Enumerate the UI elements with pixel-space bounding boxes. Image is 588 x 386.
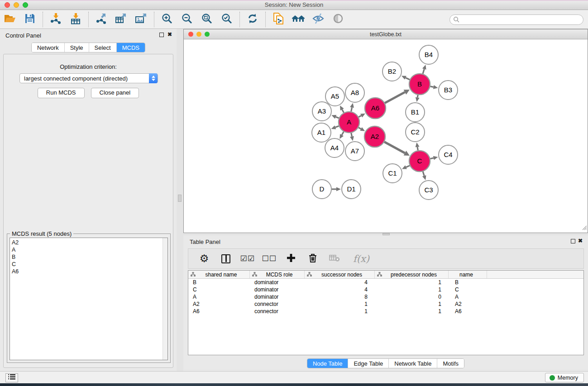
table-row[interactable]: Bdominator41B xyxy=(188,279,583,286)
export-network-button[interactable] xyxy=(95,13,108,26)
tab-select[interactable]: Select xyxy=(89,43,116,52)
save-session-button[interactable] xyxy=(23,13,37,26)
graph-node-A[interactable]: A xyxy=(339,112,359,133)
graph-node-C2[interactable]: C2 xyxy=(406,123,425,142)
tab-network-table[interactable]: Network Table xyxy=(388,359,437,368)
graph-node-C3[interactable]: C3 xyxy=(419,181,438,200)
graph-node-C4[interactable]: C4 xyxy=(439,145,458,164)
graph-edge-B-B4[interactable] xyxy=(423,69,424,74)
mcds-result-item[interactable]: C xyxy=(12,261,167,268)
column-header-mcds-role[interactable]: MCDS role xyxy=(250,271,305,278)
graph-edge-C-C4[interactable] xyxy=(430,158,433,159)
resize-grip-icon[interactable] xyxy=(581,224,587,232)
graph-node-B2[interactable]: B2 xyxy=(382,62,402,81)
zoom-fit-button[interactable] xyxy=(200,13,214,26)
vertical-splitter[interactable] xyxy=(177,29,183,371)
close-panel-button[interactable]: Close panel xyxy=(91,88,139,98)
graph-node-D1[interactable]: D1 xyxy=(342,180,361,199)
task-history-button[interactable] xyxy=(5,373,18,382)
import-network-button[interactable] xyxy=(49,13,62,26)
tab-motifs[interactable]: Motifs xyxy=(437,359,464,368)
mcds-result-item[interactable]: A6 xyxy=(12,268,167,275)
float-panel-icon[interactable] xyxy=(571,239,575,243)
graph-edge-B-B3[interactable] xyxy=(430,86,434,87)
column-header-name[interactable]: name xyxy=(449,271,487,278)
table-row[interactable]: Cdominator41C xyxy=(188,286,583,293)
table-row[interactable]: A2connector11A2 xyxy=(188,300,583,308)
graph-node-B4[interactable]: B4 xyxy=(419,45,438,64)
graph-edge-A-A7[interactable] xyxy=(351,133,352,137)
graph-edge-C-C3[interactable] xyxy=(423,172,424,176)
graph-edge-C-C2[interactable] xyxy=(417,147,418,151)
criterion-select[interactable]: largest connected component (directed) xyxy=(19,73,158,83)
mcds-result-item[interactable]: A xyxy=(12,246,167,253)
mcds-result-item[interactable]: A2 xyxy=(12,239,167,246)
graph-edge-A2-C[interactable] xyxy=(384,142,405,153)
import-table-button[interactable] xyxy=(69,13,82,26)
refresh-button[interactable] xyxy=(246,13,259,26)
graph-node-A2[interactable]: A2 xyxy=(364,126,385,147)
graph-edge-A-A1[interactable] xyxy=(335,126,339,127)
tab-style[interactable]: Style xyxy=(64,43,89,52)
unselect-all-columns-button[interactable]: ☐☐ xyxy=(263,253,275,265)
graph-node-A4[interactable]: A4 xyxy=(325,138,344,157)
graph-node-B[interactable]: B xyxy=(409,74,430,95)
network-canvas[interactable]: B4B2BB3B1A5A8A6A3AC2A1A2A4A7C4CC1C3DD1 xyxy=(184,39,588,233)
graph-node-A6[interactable]: A6 xyxy=(365,98,386,119)
column-header-successor-nodes[interactable]: successor nodes xyxy=(305,271,375,278)
zoom-selected-button[interactable] xyxy=(220,13,234,26)
memory-button[interactable]: Memory xyxy=(545,373,584,382)
delete-column-button[interactable] xyxy=(307,253,319,265)
graph-edge-A-A4[interactable] xyxy=(342,132,344,135)
delete-table-button[interactable] xyxy=(329,253,340,265)
table-options-button[interactable]: ⚙ xyxy=(198,253,210,265)
tab-edge-table[interactable]: Edge Table xyxy=(348,359,388,368)
table-row[interactable]: Adominator80A xyxy=(188,293,583,300)
graph-edge-B-B2[interactable] xyxy=(406,78,410,80)
export-table-button[interactable] xyxy=(115,13,128,26)
graph-node-B1[interactable]: B1 xyxy=(406,103,425,122)
graph-edge-C-C1[interactable] xyxy=(406,166,410,167)
graph-node-A3[interactable]: A3 xyxy=(312,102,331,121)
column-header-shared-name[interactable]: shared name xyxy=(188,271,250,278)
export-image-button[interactable] xyxy=(134,13,148,26)
create-column-button[interactable] xyxy=(285,253,297,265)
graph-edge-A-A5[interactable] xyxy=(342,110,344,113)
search-input[interactable] xyxy=(449,14,583,25)
homes-button[interactable] xyxy=(292,13,305,26)
graph-node-A7[interactable]: A7 xyxy=(345,142,364,161)
run-mcds-button[interactable]: Run MCDS xyxy=(38,88,85,98)
zoom-in-button[interactable] xyxy=(160,13,174,26)
function-builder-button[interactable]: f(x) xyxy=(350,253,372,265)
graph-edge-A-A8[interactable] xyxy=(351,107,352,111)
graph-edge-A-A2[interactable] xyxy=(359,128,361,129)
close-panel-icon[interactable]: ✖ xyxy=(578,238,583,244)
result-scrollbar[interactable] xyxy=(163,238,167,360)
show-column-panel-button[interactable] xyxy=(220,253,232,265)
column-header-predecessor-nodes[interactable]: predecessor nodes xyxy=(375,271,449,278)
graph-node-A5[interactable]: A5 xyxy=(325,87,344,106)
graph-node-A8[interactable]: A8 xyxy=(345,83,364,102)
show-all-button[interactable] xyxy=(331,13,345,26)
graph-node-C1[interactable]: C1 xyxy=(383,164,402,183)
float-panel-icon[interactable] xyxy=(159,33,164,37)
close-panel-icon[interactable]: ✖ xyxy=(167,31,172,38)
graph-node-C[interactable]: C xyxy=(409,151,430,172)
zoom-out-button[interactable] xyxy=(180,13,194,26)
graph-edge-B-B1[interactable] xyxy=(417,95,418,98)
graph-node-D[interactable]: D xyxy=(312,180,331,199)
tab-mcds[interactable]: MCDS xyxy=(116,43,145,52)
tab-node-table[interactable]: Node Table xyxy=(307,359,348,368)
tab-network[interactable]: Network xyxy=(32,43,64,52)
graph-edge-A-A3[interactable] xyxy=(336,117,339,118)
mcds-result-item[interactable]: B xyxy=(12,253,167,261)
table-row[interactable]: A6connector11A6 xyxy=(188,308,583,315)
select-all-columns-button[interactable]: ☑☑ xyxy=(242,253,253,265)
graph-edge-A-A6[interactable] xyxy=(359,115,361,117)
clone-network-button[interactable] xyxy=(272,13,285,26)
graph-node-A1[interactable]: A1 xyxy=(312,123,331,142)
graph-node-B3[interactable]: B3 xyxy=(439,81,458,100)
graph-edge-A6-B[interactable] xyxy=(385,92,405,103)
open-session-button[interactable] xyxy=(3,13,17,26)
splitter-grip[interactable] xyxy=(178,195,182,202)
